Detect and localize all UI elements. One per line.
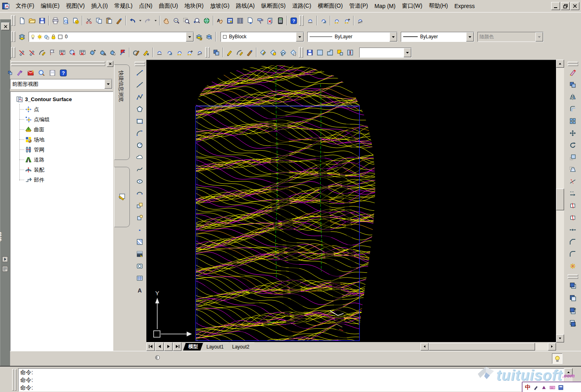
circle-button[interactable]	[134, 139, 145, 151]
tree-item-pipe-networks[interactable]: 管网	[19, 145, 113, 155]
layer-states-button[interactable]	[235, 16, 245, 26]
draw-order-back-button[interactable]	[567, 292, 579, 304]
menu-item-alignments[interactable]: 路线(A)	[233, 1, 258, 11]
ime-symbol-icon[interactable]	[541, 385, 547, 390]
list-delete-button[interactable]	[77, 48, 87, 58]
region-button[interactable]	[134, 260, 145, 272]
globe-delete-button[interactable]	[67, 48, 77, 58]
ellipse-arc-button[interactable]	[134, 187, 145, 199]
color-select-dropdown-button[interactable]	[296, 32, 304, 41]
mtext-button[interactable]: A	[134, 284, 145, 296]
first-tab-button[interactable]	[146, 342, 155, 351]
menu-item-edit[interactable]: 编辑(E)	[37, 1, 63, 11]
view-select[interactable]: 前图形视图	[10, 79, 112, 89]
copy-object-button[interactable]	[211, 48, 221, 58]
zoom-realtime-button[interactable]	[171, 16, 181, 26]
gear-plus-button[interactable]: +	[87, 48, 98, 58]
help-button[interactable]: ?	[289, 16, 299, 26]
polygon-button[interactable]	[134, 103, 145, 115]
pencil-cross-button[interactable]	[141, 48, 151, 58]
menu-item-points[interactable]: 点(N)	[136, 1, 156, 11]
cut-button[interactable]	[84, 16, 94, 26]
toolbar-handle[interactable]	[568, 60, 578, 66]
viewport-scale-select-dropdown-button[interactable]	[404, 48, 411, 57]
menu-item-view[interactable]: 视图(V)	[63, 1, 88, 11]
offset-button[interactable]	[567, 103, 579, 115]
text-style-button[interactable]: A	[215, 16, 225, 26]
polyline-button[interactable]	[134, 91, 145, 103]
layer-lock-icon[interactable]	[50, 34, 56, 40]
palette-menu-icon[interactable]	[2, 266, 8, 274]
layer-select[interactable]: 0	[29, 32, 194, 42]
copy-button[interactable]	[567, 79, 579, 91]
tree-item-corridors[interactable]: 道路	[19, 155, 113, 165]
command-text-area[interactable]: 命令: 命令: 命令:	[18, 368, 564, 392]
save-button[interactable]	[37, 16, 47, 26]
move-button[interactable]	[567, 127, 579, 139]
previous-tab-button[interactable]	[155, 342, 164, 351]
arc-pencil-button[interactable]	[37, 48, 47, 58]
rotate-button[interactable]	[567, 139, 579, 151]
tab-layout2[interactable]: Layout2	[227, 342, 255, 351]
new-button[interactable]	[17, 16, 27, 26]
search-button[interactable]	[38, 69, 45, 77]
menu-item-window[interactable]: 窗口(W)	[399, 1, 426, 11]
menu-item-grading[interactable]: 放坡(G)	[207, 1, 233, 11]
arc-button[interactable]	[134, 127, 145, 139]
chamfer-button[interactable]	[567, 236, 579, 248]
tree-item-sites[interactable]: 场地	[19, 135, 113, 145]
surface-add-contour-button[interactable]: +	[342, 16, 352, 26]
insert-block-button[interactable]	[134, 199, 145, 212]
tab-layout1[interactable]: Layout1	[201, 342, 229, 351]
canvas-scroll-left-icon[interactable]	[421, 343, 429, 351]
tag-circle-button[interactable]	[268, 48, 278, 58]
canvas-vertical-scrollbar[interactable]	[556, 60, 564, 342]
plot-preview-button[interactable]	[60, 16, 71, 26]
layer-previous-button[interactable]	[204, 32, 214, 42]
toolspace-tool-button[interactable]	[8, 69, 12, 77]
rectangle-button[interactable]	[134, 115, 145, 127]
toolbar-handle[interactable]	[299, 47, 304, 58]
close-button[interactable]	[571, 2, 579, 10]
lightbulb-button[interactable]	[552, 353, 562, 364]
viewport-scale-select[interactable]	[359, 48, 412, 58]
clip-viewport-button[interactable]	[345, 48, 355, 58]
ime-bar[interactable]: 中	[522, 382, 581, 392]
canvas-scroll-down-icon[interactable]	[556, 334, 564, 342]
linetype-select[interactable]: ByLayer	[307, 32, 398, 42]
palette-close-button[interactable]	[1, 23, 10, 30]
menu-item-surfaces[interactable]: 曲面(U)	[156, 1, 181, 11]
paste-button[interactable]	[104, 16, 114, 26]
join-button[interactable]	[567, 224, 579, 236]
named-views-button[interactable]	[305, 48, 315, 58]
block-library-button[interactable]	[225, 16, 235, 26]
surface-edit-boundary-button[interactable]	[154, 48, 165, 58]
break-at-point-button[interactable]	[567, 199, 579, 212]
edit-arc-button[interactable]	[235, 48, 245, 58]
zoom-window-button[interactable]	[181, 16, 192, 26]
drawing-canvas[interactable]: Y	[146, 60, 556, 343]
undo-button[interactable]	[127, 16, 137, 26]
table-delete-button[interactable]	[57, 48, 67, 58]
linetype-select-dropdown-button[interactable]	[389, 32, 397, 41]
tree-item-points[interactable]: 点	[19, 104, 113, 114]
canvas-vscroll-thumb[interactable]	[556, 189, 564, 210]
tag-refresh-button[interactable]	[278, 48, 288, 58]
render-button[interactable]	[255, 16, 265, 26]
menu-item-file[interactable]: 文件(F)	[12, 1, 37, 11]
open-button[interactable]	[27, 16, 37, 26]
ime-chinese-mode[interactable]: 中	[525, 384, 531, 391]
surface-triangles-button[interactable]	[319, 16, 329, 26]
menu-item-help[interactable]: 帮助(H)	[425, 1, 451, 11]
surface-edit-slope-button[interactable]	[195, 48, 205, 58]
fillet-button[interactable]	[567, 248, 579, 260]
stretch-button[interactable]	[567, 163, 579, 175]
undo-options-button[interactable]	[137, 16, 143, 26]
toolbar-handle[interactable]	[299, 15, 304, 26]
save-view-button[interactable]	[49, 69, 56, 77]
plot-button[interactable]	[50, 16, 60, 26]
tag-pencil-button[interactable]	[258, 48, 268, 58]
pencil-dots-button[interactable]	[27, 48, 37, 58]
canvas-hscroll-thumb[interactable]	[429, 343, 535, 351]
canvas-scroll-up-icon[interactable]	[556, 60, 564, 68]
